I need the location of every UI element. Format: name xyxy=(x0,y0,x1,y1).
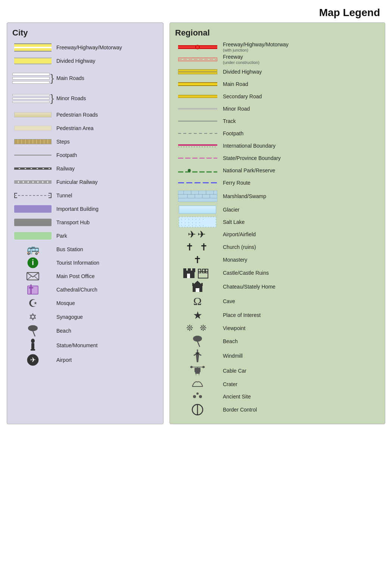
list-item: i Tourist Information xyxy=(12,257,157,269)
list-item: Crater xyxy=(175,379,379,390)
city-cathedral-label: Cathedral/Church xyxy=(53,287,157,293)
svg-rect-58 xyxy=(192,283,194,286)
svg-text:· · · · · · ·: · · · · · · · xyxy=(181,224,204,227)
svg-rect-69 xyxy=(195,368,200,372)
reg-border-label: Border Control xyxy=(220,407,379,413)
reg-cave-symbol: Ω xyxy=(175,295,220,308)
list-item: Main Road xyxy=(175,78,379,90)
list-item: ★ Place of Interest xyxy=(175,309,379,321)
reg-ferry-symbol xyxy=(175,182,220,184)
city-tourist-info-symbol: i xyxy=(12,257,53,269)
reg-saltlake-icon: · · · · · · · · · · · · · · · · · · · · xyxy=(179,217,216,227)
city-divided-symbol xyxy=(12,58,53,64)
city-footpath-symbol xyxy=(12,155,53,155)
reg-marsh-icon xyxy=(178,191,217,202)
svg-rect-50 xyxy=(187,274,190,278)
city-steps-symbol xyxy=(12,139,53,144)
reg-marsh-symbol xyxy=(175,191,220,202)
list-item: International Boundary xyxy=(175,140,379,151)
city-synagogue-symbol: ✡ xyxy=(12,311,53,323)
reg-beach-label: Beach xyxy=(220,338,379,345)
list-item: Freeway/Highway/Motorway xyxy=(12,41,157,53)
reg-mainroad-label: Main Road xyxy=(220,81,379,87)
reg-freeway-construction-label: Freeway (under construction) xyxy=(220,54,379,65)
city-panel: City Freeway/Highway/Motorway Divided Hi… xyxy=(7,22,164,424)
reg-natpark-icon xyxy=(178,167,217,173)
reg-freeway-construction-icon xyxy=(178,57,217,62)
city-beach-label: Beach xyxy=(53,328,157,334)
list-item: Pedestrian Area xyxy=(12,122,157,134)
cathedral-icon xyxy=(26,284,40,296)
list-item: Pedestrian Roads xyxy=(12,109,157,121)
reg-border-symbol xyxy=(175,403,220,416)
city-bus-station-label: Bus Station xyxy=(53,246,157,253)
city-tunnel-label: Tunnel xyxy=(53,192,157,199)
cross-icon: ✝ ✝ xyxy=(186,241,209,253)
list-item: Funicular Railway xyxy=(12,176,157,188)
reg-church-symbol: ✝ ✝ xyxy=(175,241,220,253)
reg-beach-symbol xyxy=(175,335,220,348)
reg-saltlake-label: Salt Lake xyxy=(220,219,379,225)
city-funicular-symbol xyxy=(12,181,53,184)
list-item: Beach xyxy=(12,324,157,337)
list-item: Park xyxy=(12,230,157,242)
list-item: Marshland/Swamp xyxy=(175,190,379,203)
border-control-icon xyxy=(191,403,204,416)
city-cathedral-symbol xyxy=(12,284,53,296)
city-steps-label: Steps xyxy=(53,139,157,145)
reg-glacier-label: Glacier xyxy=(220,207,379,213)
reg-viewpoint-symbol: ❊ ❊ xyxy=(175,323,220,333)
city-transport-hub-label: Transport Hub xyxy=(53,219,157,226)
svg-rect-30 xyxy=(178,191,217,202)
reg-poi-symbol: ★ xyxy=(175,309,220,321)
city-mosque-label: Mosque xyxy=(53,300,157,306)
city-tourist-info-label: Tourist Information xyxy=(53,260,157,266)
list-item: Transport Hub xyxy=(12,216,157,228)
list-item: Ω Cave xyxy=(175,295,379,308)
list-item: ✝ Monastery xyxy=(175,254,379,266)
list-item: Glacier xyxy=(175,204,379,215)
list-item: } Minor Roads xyxy=(12,89,157,107)
list-item: Chateau/Stately Home xyxy=(175,280,379,293)
reg-cave-label: Cave xyxy=(220,298,379,305)
reg-chateau-symbol xyxy=(175,280,220,293)
city-transport-hub-symbol xyxy=(12,219,53,226)
list-item: Beach xyxy=(175,335,379,348)
reg-ferry-icon xyxy=(178,182,217,184)
city-park-label: Park xyxy=(53,233,157,239)
reg-state-boundary-label: State/Province Boundary xyxy=(220,155,379,161)
svg-point-77 xyxy=(193,395,196,398)
reg-freeway-icon xyxy=(178,44,217,50)
svg-rect-47 xyxy=(183,268,186,272)
city-minorroads-label: Minor Roads xyxy=(53,95,157,102)
list-item: Main Post Office xyxy=(12,270,157,282)
city-post-office-symbol xyxy=(12,271,53,281)
list-item: Steps xyxy=(12,136,157,148)
svg-line-3 xyxy=(27,276,31,280)
reg-track-label: Track xyxy=(220,118,379,124)
reg-ancient-label: Ancient Site xyxy=(220,394,379,400)
list-item: Castle/Castle Ruins xyxy=(175,267,379,279)
svg-rect-11 xyxy=(31,343,34,349)
list-item: Ancient Site xyxy=(175,391,379,402)
list-item: ☪ Mosque xyxy=(12,297,157,309)
reg-natpark-label: National Park/Reserve xyxy=(220,167,379,174)
list-item: Footpath xyxy=(175,128,379,139)
reg-intl-boundary-label: International Boundary xyxy=(220,143,379,149)
reg-cablecar-symbol xyxy=(175,364,220,378)
reg-natpark-symbol xyxy=(175,167,220,173)
star-of-david-icon: ✡ xyxy=(29,311,37,323)
reg-saltlake-symbol: · · · · · · · · · · · · · · · · · · · · xyxy=(175,217,220,227)
city-minorroads-symbol: } xyxy=(12,92,53,104)
city-footpath-label: Footpath xyxy=(53,152,157,158)
list-item: Footpath xyxy=(12,149,157,161)
svg-point-67 xyxy=(196,352,199,354)
city-statue-label: Statue/Monument xyxy=(53,342,157,349)
svg-rect-59 xyxy=(201,283,203,286)
reg-mainroad-symbol xyxy=(175,82,220,86)
list-item: } Main Roads xyxy=(12,68,157,88)
city-pedarea-label: Pedestrian Area xyxy=(53,125,157,132)
list-item: ✈ Airport xyxy=(12,354,157,366)
reg-intl-boundary-icon xyxy=(178,144,217,148)
regional-panel: Regional Freeway/Highway/Motorway (with … xyxy=(169,22,385,424)
